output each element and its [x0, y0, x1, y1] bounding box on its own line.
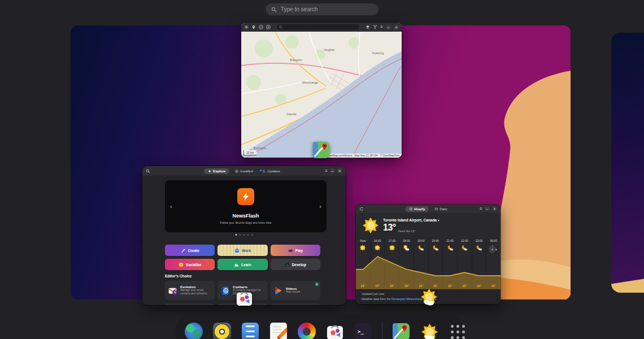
map-label: Pickering	[372, 51, 384, 55]
carousel-dot[interactable]	[236, 234, 237, 236]
category-play[interactable]: Play	[271, 245, 320, 256]
contacts-app-icon	[220, 286, 230, 295]
dock-item-software[interactable]	[325, 322, 345, 339]
videos-app-icon	[273, 286, 283, 295]
map-canvas[interactable]: Brampton Vaughan Mississauga Oakville Bu…	[241, 32, 402, 158]
hourly-forecast-strip[interactable]: Now 13° 16:00 17° 17:00 15° 18:00	[356, 237, 501, 289]
carousel-dot[interactable]	[240, 234, 241, 236]
carousel-dot[interactable]	[243, 234, 245, 236]
carousel-dots[interactable]	[236, 234, 253, 236]
mountain-icon	[234, 262, 239, 267]
condition-icon	[432, 245, 438, 251]
minimize-button[interactable]: –	[485, 206, 490, 211]
forecast-scroll-next-button[interactable]: ›	[489, 246, 496, 253]
minimize-button[interactable]: –	[386, 25, 391, 30]
maps-search-field[interactable]	[277, 24, 359, 30]
search-icon[interactable]	[146, 169, 150, 173]
zoom-in-icon[interactable]	[266, 25, 271, 29]
route-icon[interactable]	[373, 25, 377, 29]
terminal-icon	[285, 262, 290, 267]
dock-item-terminal[interactable]: >_	[354, 322, 373, 339]
dock-item-web-browser[interactable]	[184, 322, 203, 339]
search-icon	[271, 7, 277, 12]
condition-icon	[403, 245, 410, 251]
evolution-app-icon	[168, 286, 177, 295]
updates-badge-dot	[260, 169, 262, 171]
close-button[interactable]: ×	[492, 206, 497, 211]
dock-item-music-player[interactable]	[212, 322, 232, 339]
category-socialize[interactable]: Socialize	[165, 259, 215, 270]
tab-updates[interactable]: Updates	[259, 168, 284, 174]
software-window[interactable]: Explore Installed Updates ≡ – ×	[142, 166, 346, 305]
tab-daily[interactable]: Daily	[430, 206, 451, 212]
app-card-partial[interactable]	[271, 303, 320, 305]
zoom-out-icon[interactable]	[259, 25, 263, 29]
clock-icon	[409, 207, 412, 211]
refresh-icon[interactable]	[359, 207, 364, 211]
gear-icon[interactable]	[244, 25, 249, 29]
menu-icon[interactable]: ≡	[480, 207, 482, 211]
dash-dock: >_	[176, 314, 463, 339]
map-label: Vaughan	[324, 48, 335, 51]
dock-item-photos[interactable]	[297, 322, 316, 339]
carousel-dot[interactable]	[247, 234, 249, 236]
map-label: Oakville	[286, 112, 297, 116]
app-card-evolution[interactable]: Evolution Manage your email, contacts an…	[165, 281, 215, 300]
featured-app-title: NewsFlash	[165, 213, 327, 219]
speaker-icon	[213, 323, 231, 339]
minimize-button[interactable]: –	[330, 168, 335, 173]
menu-icon[interactable]: ≡	[380, 25, 383, 29]
software-titlebar: Explore Installed Updates ≡ – ×	[142, 166, 346, 176]
brush-icon	[181, 248, 186, 253]
weather-view-switcher: Hourly Daily	[405, 206, 451, 212]
shell-search-field[interactable]: Type to search	[266, 3, 378, 15]
map-label: Mississauga	[302, 81, 318, 84]
app-card-partial[interactable]: ✓	[165, 303, 215, 305]
dock-item-files[interactable]	[241, 322, 260, 339]
dock-item-weather[interactable]	[420, 322, 439, 339]
category-work[interactable]: Work	[217, 245, 267, 256]
app-grid-icon	[451, 325, 465, 339]
close-button[interactable]: ×	[337, 168, 342, 173]
maps-app-icon	[312, 141, 330, 159]
map-scale: 10 km	[243, 150, 256, 155]
layers-icon[interactable]	[365, 25, 370, 29]
category-learn[interactable]: Learn	[217, 259, 267, 270]
app-card-videos[interactable]: ✓ Videos Play movies	[271, 281, 320, 300]
carousel-previous-button[interactable]: ‹	[170, 203, 172, 210]
menu-icon[interactable]: ≡	[325, 169, 328, 173]
condition-icon	[418, 245, 424, 251]
maps-icon	[392, 323, 410, 339]
weather-window[interactable]: Hourly Daily ≡ – × Toronto Island Airpor…	[356, 205, 501, 304]
maps-window[interactable]: ≡ – ×	[241, 23, 402, 158]
workspace-next[interactable]	[611, 33, 644, 293]
weather-titlebar: Hourly Daily ≡ – ×	[356, 205, 501, 213]
dock-item-maps[interactable]	[391, 322, 411, 339]
category-develop[interactable]: Develop	[271, 259, 320, 270]
condition-icon	[462, 245, 468, 251]
gamepad-icon	[288, 248, 293, 253]
location-selector[interactable]: Toronto Island Airport, Canada ▾	[383, 218, 440, 222]
weather-icon	[420, 323, 439, 339]
caret-down-icon: ▾	[438, 219, 440, 222]
installed-check-badge: ✓	[315, 282, 319, 286]
tab-hourly[interactable]: Hourly	[405, 206, 429, 212]
dock-separator	[382, 321, 382, 339]
map-render: Brampton Vaughan Mississauga Oakville Bu…	[241, 32, 402, 158]
software-bag-icon	[326, 323, 344, 339]
dock-item-text-editor[interactable]	[269, 322, 288, 339]
carousel-dot[interactable]	[251, 234, 253, 236]
carousel-next-button[interactable]: ›	[319, 203, 321, 210]
tab-explore[interactable]: Explore	[204, 168, 229, 174]
condition-icon	[389, 245, 395, 251]
dock-item-app-grid[interactable]	[448, 322, 467, 339]
condition-icon	[375, 245, 381, 251]
tab-installed[interactable]: Installed	[231, 168, 256, 174]
location-marker-icon[interactable]	[251, 25, 256, 29]
file-cabinet-icon	[242, 323, 259, 339]
category-create[interactable]: Create	[165, 245, 215, 256]
current-temperature: 13°	[383, 223, 396, 233]
map-label: Brampton	[290, 58, 302, 62]
featured-app-banner[interactable]: ‹ › NewsFlash Follow your favorite blogs…	[165, 180, 327, 232]
close-button[interactable]: ×	[394, 25, 399, 30]
